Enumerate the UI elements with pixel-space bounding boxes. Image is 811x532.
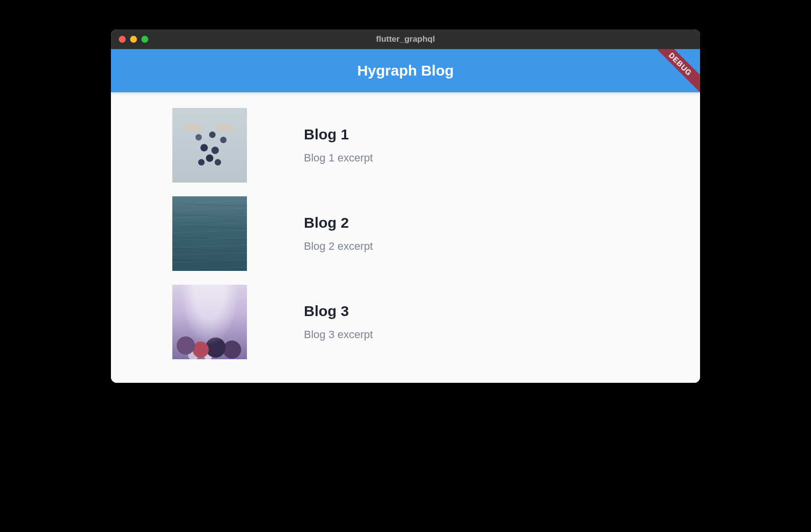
app-window: flutter_graphql Hygraph Blog DEBUG Blog … <box>111 29 700 383</box>
list-item[interactable]: Blog 2 Blog 2 excerpt <box>111 196 700 271</box>
post-text: Blog 3 Blog 3 excerpt <box>304 303 373 341</box>
blog-list: Blog 1 Blog 1 excerpt Blog 2 Blog 2 exce… <box>111 92 700 383</box>
post-text: Blog 1 Blog 1 excerpt <box>304 126 373 164</box>
window-title: flutter_graphql <box>111 34 700 44</box>
post-thumbnail <box>172 196 247 271</box>
titlebar: flutter_graphql <box>111 29 700 49</box>
appbar: Hygraph Blog DEBUG <box>111 49 700 92</box>
post-title: Blog 1 <box>304 126 373 143</box>
post-excerpt: Blog 2 excerpt <box>304 240 373 253</box>
post-title: Blog 3 <box>304 303 373 319</box>
list-item[interactable]: Blog 3 Blog 3 excerpt <box>111 285 700 359</box>
traffic-lights <box>119 36 148 43</box>
post-title: Blog 2 <box>304 214 373 231</box>
list-item[interactable]: Blog 1 Blog 1 excerpt <box>111 108 700 183</box>
minimize-button[interactable] <box>130 36 137 43</box>
maximize-button[interactable] <box>141 36 148 43</box>
post-thumbnail <box>172 108 247 183</box>
post-excerpt: Blog 1 excerpt <box>304 152 373 164</box>
close-button[interactable] <box>119 36 126 43</box>
post-text: Blog 2 Blog 2 excerpt <box>304 214 373 253</box>
appbar-title: Hygraph Blog <box>357 62 454 79</box>
post-thumbnail <box>172 285 247 359</box>
post-excerpt: Blog 3 excerpt <box>304 328 373 341</box>
debug-banner-label: DEBUG <box>649 49 700 96</box>
